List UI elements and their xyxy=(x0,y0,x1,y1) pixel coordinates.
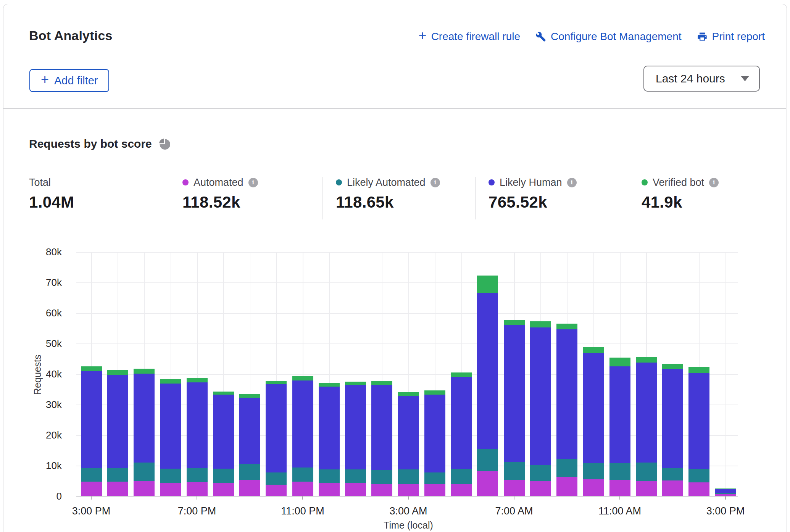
stat-divider xyxy=(475,177,476,219)
bar-1000am[interactable] xyxy=(583,347,604,496)
segment-verified-bot xyxy=(239,394,260,398)
time-range-value: Last 24 hours xyxy=(656,72,725,85)
segment-verified-bot xyxy=(424,390,445,394)
segment-verified-bot xyxy=(345,382,366,385)
segment-likely-human xyxy=(266,384,287,472)
bar-1100am[interactable] xyxy=(609,358,630,496)
x-tick-mark xyxy=(91,496,92,500)
segment-likely-automated xyxy=(451,469,472,484)
stat-divider xyxy=(169,177,169,219)
segment-likely-automated xyxy=(662,468,683,480)
info-icon[interactable]: i xyxy=(567,178,577,187)
segment-likely-automated xyxy=(266,472,287,485)
stat-verified-bot: Verified bot i 41.9k xyxy=(642,176,719,211)
stat-likely-human-value: 765.52k xyxy=(489,193,577,211)
bar-300am[interactable] xyxy=(398,392,419,496)
stat-likely-automated: Likely Automated i 118.65k xyxy=(336,176,440,211)
bar-900am[interactable] xyxy=(556,324,577,496)
segment-likely-human xyxy=(107,375,128,468)
info-icon[interactable]: i xyxy=(430,178,440,187)
segment-likely-human xyxy=(477,293,498,449)
segment-verified-bot xyxy=(107,370,128,374)
segment-automated xyxy=(160,483,181,496)
header-divider xyxy=(3,108,786,109)
segment-likely-human xyxy=(81,371,102,468)
gridline-horizontal xyxy=(76,282,738,283)
segment-verified-bot xyxy=(477,276,498,293)
bar-600am[interactable] xyxy=(477,276,498,496)
add-filter-button[interactable]: + Add filter xyxy=(29,69,109,92)
x-tick-mark xyxy=(302,496,303,500)
y-tick-label: 40k xyxy=(20,368,62,380)
stat-automated-value: 118.52k xyxy=(182,193,258,211)
y-tick-label: 70k xyxy=(20,276,62,289)
bar-800am[interactable] xyxy=(530,321,551,496)
segment-likely-human xyxy=(160,384,181,469)
bar-400am[interactable] xyxy=(424,390,445,496)
bar-800pm[interactable] xyxy=(213,392,234,496)
segment-likely-automated xyxy=(134,463,155,481)
configure-bot-management-link[interactable]: Configure Bot Management xyxy=(535,31,681,43)
segment-likely-human xyxy=(609,366,630,463)
info-icon[interactable]: i xyxy=(709,178,719,187)
segment-likely-human xyxy=(662,369,683,468)
segment-verified-bot xyxy=(81,366,102,371)
bar-700am[interactable] xyxy=(504,320,525,496)
bar-300pm[interactable] xyxy=(81,366,102,496)
segment-verified-bot xyxy=(292,376,313,380)
segment-automated xyxy=(556,477,577,496)
segment-verified-bot xyxy=(187,378,208,382)
y-tick-label: 80k xyxy=(20,246,62,258)
segment-automated xyxy=(345,483,366,496)
segment-likely-automated xyxy=(319,469,340,483)
segment-automated xyxy=(398,484,419,496)
bar-400pm[interactable] xyxy=(107,370,128,496)
segment-automated xyxy=(319,483,340,496)
bar-1000pm[interactable] xyxy=(266,381,287,496)
segment-likely-automated xyxy=(160,469,181,483)
segment-automated xyxy=(530,481,551,496)
segment-likely-automated xyxy=(688,469,709,482)
segment-verified-bot xyxy=(319,383,340,387)
bar-500pm[interactable] xyxy=(134,369,155,496)
bar-700pm[interactable] xyxy=(187,378,208,496)
create-firewall-rule-link[interactable]: + Create firewall rule xyxy=(419,30,520,44)
bar-100am[interactable] xyxy=(345,382,366,496)
x-tick-mark xyxy=(408,496,409,500)
print-report-link[interactable]: Print report xyxy=(697,31,765,43)
bar-1200pm[interactable] xyxy=(636,357,657,496)
stat-likely-automated-label: Likely Automated xyxy=(347,177,426,189)
stat-divider xyxy=(628,177,628,219)
segment-automated xyxy=(504,480,525,496)
bar-500am[interactable] xyxy=(451,372,472,496)
bar-900pm[interactable] xyxy=(239,394,260,496)
info-icon[interactable]: i xyxy=(248,178,258,187)
automated-dot-icon xyxy=(182,179,189,185)
x-tick-mark xyxy=(514,496,514,500)
bar-600pm[interactable] xyxy=(160,379,181,496)
gridline-horizontal xyxy=(76,496,738,497)
gridline-horizontal xyxy=(76,252,738,253)
bar-200pm[interactable] xyxy=(688,367,709,496)
segment-likely-human xyxy=(688,373,709,469)
segment-likely-automated xyxy=(345,469,366,483)
x-tick-label: 7:00 PM xyxy=(163,505,231,517)
add-filter-label: Add filter xyxy=(54,74,98,87)
bar-100pm[interactable] xyxy=(662,364,683,496)
segment-likely-human xyxy=(292,380,313,468)
bar-300pm[interactable] xyxy=(715,488,736,496)
segment-automated xyxy=(239,480,260,496)
segment-verified-bot xyxy=(636,357,657,363)
segment-likely-automated xyxy=(81,468,102,482)
segment-likely-human xyxy=(187,382,208,468)
time-range-select[interactable]: Last 24 hours xyxy=(643,66,760,92)
x-tick-label: 7:00 AM xyxy=(480,505,548,517)
stat-likely-human: Likely Human i 765.52k xyxy=(489,176,577,211)
segment-automated xyxy=(266,485,287,496)
bar-200am[interactable] xyxy=(371,381,392,496)
plus-icon: + xyxy=(419,29,427,43)
bar-1200am[interactable] xyxy=(319,383,340,496)
x-tick-mark xyxy=(197,496,197,500)
verified-bot-dot-icon xyxy=(642,179,648,185)
bar-1100pm[interactable] xyxy=(292,376,313,496)
